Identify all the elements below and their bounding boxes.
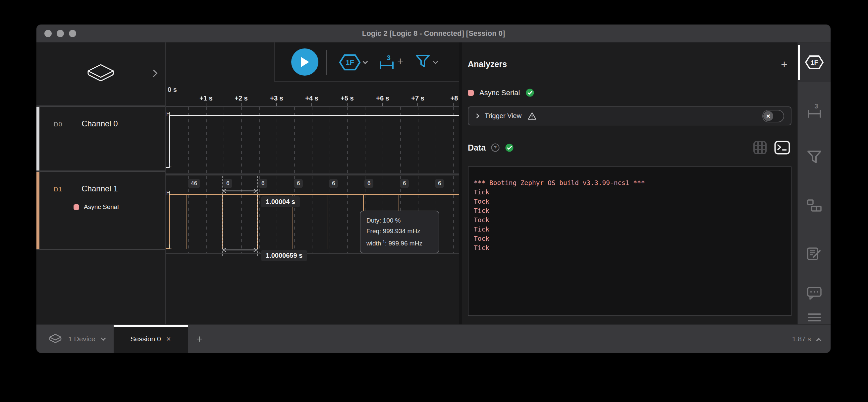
analyzers-panel: Analyzers + Async Serial Trigger View [462,42,798,324]
close-window-button[interactable] [44,30,52,37]
feedback-tab-icon[interactable] [807,286,822,300]
panel-divider [459,42,462,324]
close-session-icon[interactable]: × [166,334,171,344]
channel-sidebar: D0 Channel 0 D1 Channel 1 Async Serial [36,42,166,324]
extensions-tab-icon[interactable] [807,199,822,212]
channel-d0-name[interactable]: Channel 0 [82,119,118,128]
channel-row-d1[interactable]: D1 Channel 1 Async Serial [36,172,165,250]
bottom-bar: 1 Device Session 0 × + 1.87 s [36,324,831,353]
frame-count-badge[interactable]: 6 [435,179,444,188]
measurement-arrow-bottom [222,248,258,252]
session-tab-label: Session 0 [130,335,161,343]
trigger-view-toggle[interactable]: × [762,110,784,122]
frame-count-badge[interactable]: 6 [258,179,267,188]
ch1-high-label: H [166,190,170,196]
timeline-origin-label: 0 s [168,86,177,93]
tab-analyzers-active[interactable]: 1F [798,42,831,82]
tooltip-width: width-1: 999.96 mHz [366,236,433,249]
row-divider[interactable] [166,173,459,175]
ch1-pulse [187,194,187,249]
svg-text:3: 3 [386,55,391,61]
device-selector[interactable]: 1 Device [49,333,105,345]
channel-d1-analyzer[interactable]: Async Serial [73,203,165,211]
timeline-label: +6 s [376,94,389,102]
play-icon [300,56,310,68]
analyzer-ok-icon [525,88,534,97]
measurements-tab-icon[interactable]: 3 [807,104,822,118]
terminal-line: Tick [474,225,785,234]
zoom-window-button[interactable] [69,30,76,37]
capture-duration-control[interactable]: 1.87 s [792,335,820,343]
timeline-label: +7 s [411,94,424,102]
terminal-view-icon[interactable] [774,141,790,154]
notes-tab-icon[interactable] [807,247,822,261]
channel-d1-color-bar [36,172,39,249]
toggle-off-knob: × [763,111,773,121]
app-window: Logic 2 [Logic 8 - Connected] [Session 0… [36,25,831,353]
analyzers-title: Analyzers [468,59,507,69]
capture-mode-icon[interactable]: 1F [339,53,361,71]
triggers-tab-icon[interactable] [807,150,822,166]
channel-d1-id: D1 [54,186,62,193]
measurement-left-edge[interactable] [222,176,223,256]
device-dropdown-icon[interactable] [100,335,106,341]
timeline-label: +5 s [341,94,353,102]
svg-text:1F: 1F [345,58,354,67]
frame-count-badge[interactable]: 46 [188,179,200,188]
trigger-dropdown-icon[interactable] [434,60,437,66]
terminal-line: *** Booting Zephyr OS build v3.3.99-ncs1… [474,178,785,188]
waveform-rows[interactable]: H L 46 6 6 6 6 6 6 6 H [166,107,459,254]
duration-expand-icon[interactable] [816,338,822,343]
frame-count-badge[interactable]: 6 [329,179,338,188]
session-tab[interactable]: Session 0 × [114,325,188,353]
device-count-label: 1 Device [68,335,95,343]
frame-count-badge[interactable]: 6 [223,179,232,188]
data-ok-icon [505,143,514,152]
capture-settings-icon[interactable]: 1F [805,54,824,70]
frame-count-badge[interactable]: 6 [294,179,303,188]
ch1-signal-edge [169,194,170,249]
capture-duration: 1.87 s [792,335,811,343]
expand-trigger-view-icon[interactable] [474,113,480,119]
analyzer-color-swatch [468,90,474,96]
trigger-view-label: Trigger View [485,112,522,120]
measurements-icon[interactable]: 3 [379,55,395,70]
measurement-arrow-top [222,189,258,193]
active-session-indicator [114,325,188,327]
channel-row-d0[interactable]: D0 Channel 0 [36,107,165,172]
terminal-line: Tick [474,206,785,216]
terminal-line: Tick [474,243,785,253]
terminal-line: Tock [474,216,785,225]
menu-icon[interactable] [807,312,821,322]
frame-count-badge[interactable]: 6 [365,179,373,188]
expand-device-icon[interactable] [151,70,156,77]
capture-mode-dropdown-icon[interactable] [364,60,367,66]
new-session-button[interactable]: + [196,333,203,345]
analyzer-item[interactable]: Async Serial [468,88,792,97]
svg-text:?: ? [494,145,497,150]
tooltip-duty: Duty: 100 % [366,215,433,226]
timeline-label: +8 [451,94,458,102]
toolbar-divider [326,50,327,75]
add-analyzer-button[interactable]: + [781,58,787,70]
terminal-line: Tock [474,234,785,243]
timeline-ruler[interactable]: 0 s +1 s +2 s +3 s +4 s +5 s +6 s +7 s +… [166,82,459,107]
device-panel[interactable] [36,42,165,107]
timeline-label: +2 s [235,94,247,102]
trigger-icon[interactable] [415,54,430,70]
add-measurement-button[interactable]: + [397,56,404,66]
play-button[interactable] [291,49,318,76]
help-icon[interactable]: ? [491,143,500,152]
waveform-viewport[interactable]: 0 s +1 s +2 s +3 s +4 s +5 s +6 s +7 s +… [166,42,459,324]
measurement-right-edge[interactable] [257,176,258,256]
terminal-output[interactable]: *** Booting Zephyr OS build v3.3.99-ncs1… [468,167,792,316]
frame-count-badge[interactable]: 6 [400,179,409,188]
timeline-label: +4 s [305,94,318,102]
channel-d0-color-bar [36,107,39,171]
table-view-icon[interactable] [753,141,767,154]
minimize-window-button[interactable] [57,30,64,37]
data-title: Data [468,143,486,152]
data-section-header: Data ? [468,141,792,154]
trigger-view-row[interactable]: Trigger View × [468,107,792,125]
channel-d1-name[interactable]: Channel 1 [82,184,118,193]
